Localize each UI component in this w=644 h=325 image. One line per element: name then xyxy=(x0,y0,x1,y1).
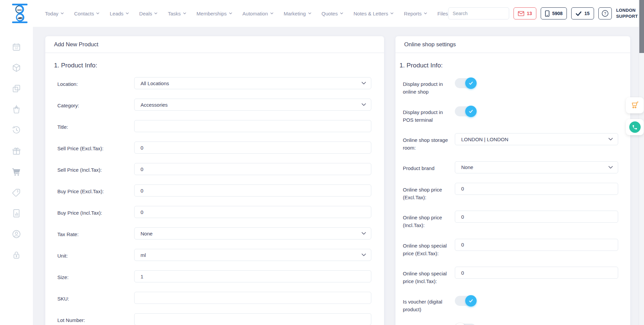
special-price-excl-input[interactable] xyxy=(455,239,618,251)
field-label: Location: xyxy=(57,77,134,88)
calendar-icon[interactable]: 12 xyxy=(12,42,21,52)
hidden-toggle[interactable] xyxy=(455,324,476,325)
history-icon[interactable] xyxy=(12,125,21,135)
field-label: Online shop special price (Incl.Tax): xyxy=(403,267,455,285)
account-icon[interactable] xyxy=(12,229,21,239)
nav-item-notes-letters[interactable]: Notes & Letters xyxy=(354,11,393,16)
chevron-down-icon xyxy=(362,82,366,85)
sell-price-incl-input[interactable] xyxy=(134,163,371,175)
nav-item-memberships[interactable]: Memberships xyxy=(197,11,232,16)
icon-sidebar: 12 $ xyxy=(0,27,33,325)
chevron-down-icon xyxy=(61,12,64,14)
topbar-right: 13 5908 15 ? LONDON SUPPORT xyxy=(448,7,644,20)
tax-rate-select[interactable]: None xyxy=(134,227,371,239)
add-new-product-panel: Add New Product 1. Product Info: Locatio… xyxy=(45,36,384,325)
call-quick-button[interactable] xyxy=(626,119,644,135)
tasks-badge[interactable]: 15 xyxy=(571,7,594,19)
field-label: Unit: xyxy=(57,249,134,260)
smartphone-icon xyxy=(545,10,549,17)
field-label: Display product in POS terminal xyxy=(403,105,455,124)
messages-badge[interactable]: 13 xyxy=(514,7,537,19)
size-input[interactable] xyxy=(134,270,371,282)
form-row-sku: SKU: xyxy=(54,292,371,304)
form-row-special-price-incl: Online shop special price (Incl.Tax): xyxy=(399,267,618,285)
shopping-bag-icon[interactable] xyxy=(12,105,21,114)
nav-label: Marketing xyxy=(284,11,306,16)
report-icon[interactable] xyxy=(12,209,21,218)
nav-item-automation[interactable]: Automation xyxy=(243,11,273,16)
chevron-down-icon xyxy=(362,103,366,106)
nav-item-contacts[interactable]: Contacts xyxy=(74,11,99,16)
form-row-sell-price-excl: Sell Price (Excl.Tax): xyxy=(54,142,371,154)
nav-label: Contacts xyxy=(74,11,94,16)
check-icon xyxy=(576,11,582,16)
select-value: LONDON | LONDON xyxy=(461,137,508,142)
search-input[interactable] xyxy=(448,8,509,19)
gift-icon[interactable] xyxy=(12,146,21,156)
main-nav: Today Contacts Leads Deals Tasks Members… xyxy=(45,11,448,16)
field-label: Category: xyxy=(57,99,134,109)
is-voucher-toggle[interactable] xyxy=(455,296,476,306)
cube-icon[interactable] xyxy=(12,63,21,72)
form-row-lot-number: Lot Number: xyxy=(54,313,371,325)
buy-price-excl-input[interactable] xyxy=(134,184,371,197)
category-select[interactable]: Accessories xyxy=(134,99,371,111)
chevron-down-icon xyxy=(390,12,393,14)
nav-label: Deals xyxy=(139,11,152,16)
chevron-down-icon xyxy=(608,166,613,169)
buy-price-incl-input[interactable] xyxy=(134,206,371,218)
lot-number-input[interactable] xyxy=(134,313,371,325)
nav-label: Today xyxy=(45,11,58,16)
field-label: Online shop storage room: xyxy=(403,133,455,152)
panel-title: Add New Product xyxy=(54,41,98,48)
chevron-down-icon xyxy=(362,232,366,235)
nav-item-today[interactable]: Today xyxy=(45,11,64,16)
location-select[interactable]: All Locations xyxy=(134,77,371,89)
form-row-special-price-excl: Online shop special price (Excl.Tax): xyxy=(399,239,618,258)
help-button[interactable]: ? xyxy=(598,7,612,19)
select-value: ml xyxy=(141,252,146,258)
display-pos-toggle[interactable] xyxy=(455,106,476,116)
sell-price-excl-input[interactable] xyxy=(134,142,371,154)
product-brand-select[interactable]: None xyxy=(455,161,618,173)
form-row-is-voucher: Is voucher (digital product) xyxy=(399,295,618,314)
online-shop-quick-button[interactable] xyxy=(626,97,644,113)
field-label: Size: xyxy=(57,270,134,281)
nav-item-reports[interactable]: Reports xyxy=(404,11,427,16)
storage-room-select[interactable]: LONDON | LONDON xyxy=(455,133,618,145)
price-tag-icon[interactable]: $ xyxy=(12,188,21,197)
special-price-incl-input[interactable] xyxy=(455,267,618,279)
nav-item-files[interactable]: Files xyxy=(437,11,448,16)
select-value: All Locations xyxy=(141,80,169,86)
online-price-incl-input[interactable] xyxy=(455,211,618,223)
nav-item-marketing[interactable]: Marketing xyxy=(284,11,311,16)
cart-icon[interactable] xyxy=(12,167,21,176)
nav-item-tasks[interactable]: Tasks xyxy=(168,11,186,16)
lock-icon[interactable] xyxy=(12,250,21,260)
nav-item-deals[interactable]: Deals xyxy=(139,11,157,16)
nav-item-leads[interactable]: Leads xyxy=(110,11,129,16)
scrollbar-thumb[interactable] xyxy=(639,0,644,53)
field-label: Buy Price (Excl.Tax): xyxy=(57,184,134,195)
unit-select[interactable]: ml xyxy=(134,249,371,261)
app-logo[interactable] xyxy=(11,4,28,23)
copy-icon[interactable] xyxy=(12,84,21,93)
nav-item-quotes[interactable]: Quotes xyxy=(322,11,343,16)
top-bar: Today Contacts Leads Deals Tasks Members… xyxy=(0,0,644,27)
form-row-buy-price-excl: Buy Price (Excl.Tax): xyxy=(54,184,371,197)
section-title: 1. Product Info: xyxy=(399,62,618,69)
panel-title: Online shop settings xyxy=(404,41,456,48)
toggle-knob xyxy=(454,323,466,325)
title-input[interactable] xyxy=(134,120,371,132)
tasks-count: 15 xyxy=(584,11,590,16)
user-name: LONDON SUPPORT xyxy=(616,7,638,19)
field-label: Sell Price (Excl.Tax): xyxy=(57,142,134,152)
page-scrollbar[interactable] xyxy=(639,0,644,325)
online-price-excl-input[interactable] xyxy=(455,183,618,195)
calls-badge[interactable]: 5908 xyxy=(541,7,567,19)
display-online-shop-toggle[interactable] xyxy=(455,78,476,88)
user-name-line1: LONDON xyxy=(616,7,638,13)
chevron-down-icon xyxy=(154,12,157,14)
svg-text:$: $ xyxy=(17,190,18,193)
sku-input[interactable] xyxy=(134,292,371,304)
